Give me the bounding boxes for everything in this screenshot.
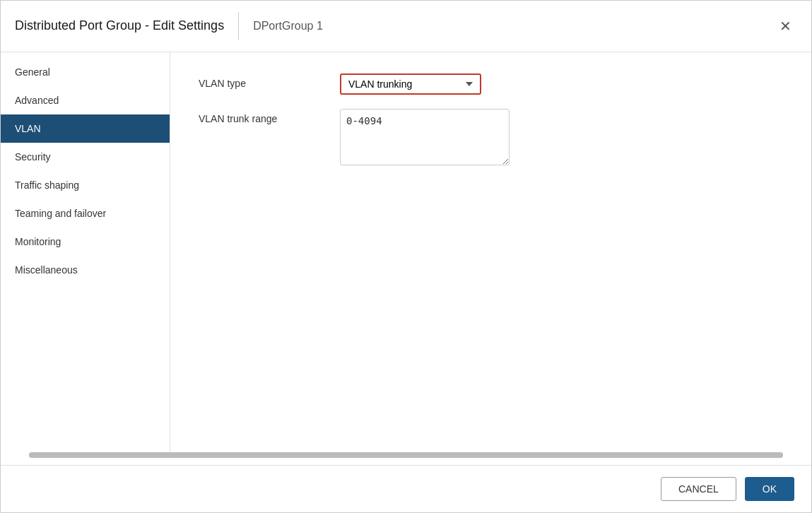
ok-button[interactable]: OK	[745, 477, 794, 501]
scrollbar-track	[29, 452, 783, 458]
vlan-type-label: VLAN type	[199, 73, 340, 89]
sidebar-item-miscellaneous[interactable]: Miscellaneous	[1, 256, 170, 284]
content-area: VLAN type None VLAN VLAN trunking Privat…	[170, 52, 811, 452]
header-divider	[238, 12, 239, 40]
dialog-subtitle: DPortGroup 1	[253, 20, 323, 33]
dialog-header: Distributed Port Group - Edit Settings D…	[1, 1, 811, 52]
edit-settings-dialog: Distributed Port Group - Edit Settings D…	[0, 0, 812, 513]
sidebar-item-security[interactable]: Security	[1, 143, 170, 171]
vlan-trunk-range-row: VLAN trunk range 0-4094	[199, 109, 783, 167]
vlan-trunk-range-input[interactable]: 0-4094	[340, 109, 510, 165]
vlan-type-select[interactable]: None VLAN VLAN trunking Private VLAN	[340, 73, 481, 95]
vlan-trunk-range-label: VLAN trunk range	[199, 109, 340, 124]
dialog-footer: CANCEL OK	[1, 465, 811, 512]
sidebar-item-advanced[interactable]: Advanced	[1, 86, 170, 114]
close-button[interactable]: ✕	[774, 16, 797, 36]
vlan-type-row: VLAN type None VLAN VLAN trunking Privat…	[199, 73, 783, 95]
sidebar-item-vlan[interactable]: VLAN	[1, 114, 170, 143]
dialog-title: Distributed Port Group - Edit Settings	[15, 18, 224, 34]
vlan-trunk-range-control: 0-4094	[340, 109, 637, 167]
dialog-body: General Advanced VLAN Security Traffic s…	[1, 52, 811, 452]
scrollbar-area	[1, 452, 811, 465]
scrollbar-thumb[interactable]	[29, 452, 783, 458]
sidebar-item-traffic-shaping[interactable]: Traffic shaping	[1, 171, 170, 199]
sidebar-item-teaming-failover[interactable]: Teaming and failover	[1, 199, 170, 228]
sidebar-item-monitoring[interactable]: Monitoring	[1, 228, 170, 256]
sidebar: General Advanced VLAN Security Traffic s…	[1, 52, 170, 452]
vlan-type-control: None VLAN VLAN trunking Private VLAN	[340, 73, 637, 95]
sidebar-item-general[interactable]: General	[1, 58, 170, 86]
cancel-button[interactable]: CANCEL	[661, 477, 736, 501]
